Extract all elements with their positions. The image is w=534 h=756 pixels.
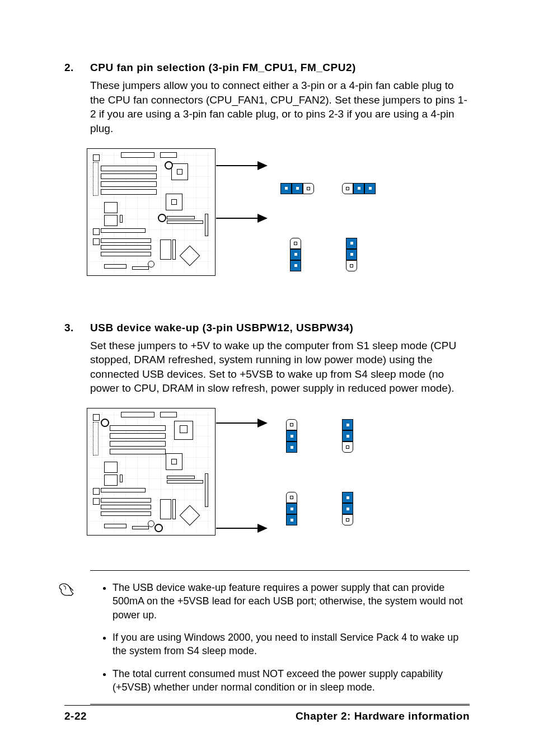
- section-body: These jumpers allow you to connect eithe…: [90, 78, 470, 136]
- diagram-cpu-fan: [90, 148, 470, 288]
- section-heading: 3. USB device wake-up (3-pin USBPW12, US…: [64, 322, 470, 334]
- note-item: If you are using Windows 2000, you need …: [113, 631, 470, 658]
- section-number: 3.: [64, 322, 90, 334]
- note-box: The USB device wake-up feature requires …: [90, 570, 470, 705]
- note-list: The USB device wake-up feature requires …: [90, 581, 470, 694]
- section-number: 2.: [64, 62, 90, 74]
- jumper-fm-cpu2-options: [290, 238, 357, 271]
- jumper-usbpw12-options: [286, 419, 353, 453]
- section-title: CPU fan pin selection (3-pin FM_CPU1, FM…: [90, 62, 356, 74]
- note-hand-icon: [57, 581, 90, 694]
- jumper-setting: [286, 419, 297, 453]
- jumper-setting: [342, 419, 353, 453]
- jumper-setting: [342, 492, 353, 525]
- motherboard-outline: [87, 408, 216, 536]
- section-body: Set these jumpers to +5V to wake up the …: [90, 339, 470, 396]
- section-usb-wakeup: 3. USB device wake-up (3-pin USBPW12, US…: [64, 322, 470, 705]
- jumper-setting: [286, 492, 297, 525]
- arrow-icon: [216, 165, 266, 166]
- motherboard-outline: [87, 148, 216, 276]
- page-number: 2-22: [64, 710, 87, 722]
- arrow-icon: [216, 528, 266, 529]
- jumper-setting: [280, 183, 314, 194]
- jumper-setting: [346, 238, 357, 271]
- section-title: USB device wake-up (3-pin USBPW12, USBPW…: [90, 322, 353, 334]
- arrow-icon: [216, 422, 266, 424]
- note-item: The total current consumed must NOT exce…: [113, 667, 470, 694]
- jumper-setting: [342, 183, 376, 194]
- section-cpu-fan: 2. CPU fan pin selection (3-pin FM_CPU1,…: [64, 62, 470, 288]
- jumper-setting: [290, 238, 301, 271]
- diagram-usb-wakeup: [90, 408, 470, 553]
- jumper-usbpw34-options: [286, 492, 353, 525]
- section-heading: 2. CPU fan pin selection (3-pin FM_CPU1,…: [64, 62, 470, 74]
- arrow-icon: [216, 218, 266, 219]
- note-item: The USB device wake-up feature requires …: [113, 581, 470, 622]
- page-footer: 2-22 Chapter 2: Hardware information: [64, 705, 470, 722]
- jumper-fm-cpu1-options: [280, 183, 376, 194]
- chapter-title: Chapter 2: Hardware information: [296, 710, 470, 722]
